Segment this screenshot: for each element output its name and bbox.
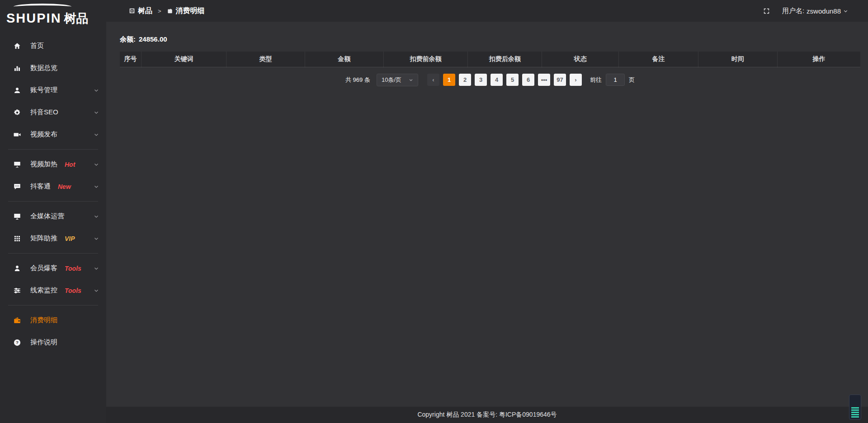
chevron-down-icon — [843, 9, 848, 14]
goto-label: 前往 — [590, 76, 602, 84]
overlay-widget[interactable] — [849, 395, 861, 420]
sidebar-item-label: 线索监控 — [30, 286, 57, 295]
sidebar-item-home[interactable]: 首页 — [0, 35, 106, 57]
chevron-down-icon — [94, 132, 99, 137]
comment-icon — [13, 182, 22, 191]
sidebar-item-label: 抖音SEO — [30, 108, 58, 117]
content: 余额: 24856.00 序号关键词类型金额扣费前余额扣费后余额状态备注时间操作… — [106, 22, 868, 407]
sidebar-item-video-publish[interactable]: 视频发布 — [0, 123, 106, 146]
page-size-value: 10条/页 — [382, 76, 401, 84]
fullscreen-button[interactable] — [763, 7, 770, 15]
goto-page-input[interactable] — [606, 74, 625, 86]
footer: Copyright 树品 2021 备案号: 粤ICP备09019646号 — [106, 407, 868, 423]
app-square-icon — [129, 8, 135, 14]
monitor-icon — [13, 212, 22, 221]
chevron-down-icon — [409, 78, 413, 82]
person-icon — [13, 264, 22, 273]
sidebar-item-account-management[interactable]: 账号管理 — [0, 79, 106, 101]
sidebar-item-data-overview[interactable]: 数据总览 — [0, 57, 106, 79]
column-header: 时间 — [698, 52, 777, 67]
column-header: 备注 — [619, 52, 698, 67]
column-header: 金额 — [305, 52, 383, 67]
goto-suffix: 页 — [629, 76, 635, 84]
pagination-prev-button[interactable]: ‹ — [427, 74, 439, 86]
sidebar-item-label: 首页 — [30, 42, 44, 50]
sidebar-item-label: 矩阵助推 — [30, 234, 57, 243]
sidebar-item-label: 会员爆客 — [30, 264, 57, 273]
sidebar-item-clue-monitor[interactable]: 线索监控Tools — [0, 279, 106, 301]
pagination-more-button[interactable]: ••• — [538, 74, 550, 86]
username-value: zswodun88 — [807, 7, 841, 15]
question-icon: ? — [13, 338, 22, 347]
sidebar-divider — [8, 305, 98, 306]
column-header: 状态 — [542, 52, 619, 67]
grid-icon — [13, 234, 22, 243]
column-header: 扣费前余额 — [383, 52, 468, 67]
pagination-page-button[interactable]: 5 — [506, 74, 519, 86]
column-header: 扣费后余额 — [468, 52, 542, 67]
sidebar-item-douketong[interactable]: 抖客通New — [0, 175, 106, 197]
sidebar-item-label: 抖客通 — [30, 182, 51, 191]
breadcrumb-item-app[interactable]: 树品 — [129, 6, 152, 16]
pagination: 共 969 条 10条/页 ‹ 123456•••97 › 前往 页 — [120, 74, 860, 86]
pagination-page-button[interactable]: 3 — [475, 74, 487, 86]
breadcrumb-label: 消费明细 — [176, 6, 205, 16]
chevron-down-icon — [94, 162, 99, 167]
logo-text-cn: 树品 — [64, 10, 89, 27]
pagination-page-button[interactable]: 4 — [491, 74, 503, 86]
user-dropdown[interactable]: 用户名: zswodun88 — [782, 7, 848, 15]
sidebar-item-tag: Tools — [65, 287, 81, 294]
sidebar-item-label: 全媒体运营 — [30, 212, 64, 221]
column-header: 关键词 — [142, 52, 226, 67]
main-area: 余额: 24856.00 序号关键词类型金额扣费前余额扣费后余额状态备注时间操作… — [106, 22, 868, 423]
breadcrumb-item-page[interactable]: 消费明细 — [167, 6, 205, 16]
page-size-select[interactable]: 10条/页 — [377, 74, 418, 86]
table-header-row: 序号关键词类型金额扣费前余额扣费后余额状态备注时间操作 — [120, 52, 860, 67]
chevron-down-icon — [94, 184, 99, 189]
sidebar-item-label: 操作说明 — [30, 338, 57, 347]
screen-icon — [13, 160, 22, 169]
chart-icon — [13, 64, 22, 73]
column-header: 类型 — [226, 52, 305, 67]
sidebar-item-video-heating[interactable]: 视频加热Hot — [0, 153, 106, 175]
balance: 余额: 24856.00 — [120, 35, 860, 44]
home-icon — [13, 42, 22, 51]
logo: SHUPIN 树品 — [0, 0, 106, 27]
chevron-down-icon — [94, 288, 99, 293]
sidebar-item-tag: VIP — [65, 235, 75, 242]
svg-text:?: ? — [16, 340, 19, 345]
consumption-table: 序号关键词类型金额扣费前余额扣费后余额状态备注时间操作 — [120, 52, 860, 67]
video-icon — [13, 130, 22, 139]
logo-arc-icon — [14, 4, 71, 10]
pagination-page-button[interactable]: 2 — [459, 74, 471, 86]
wallet-icon — [13, 316, 22, 325]
widget-bars-icon — [851, 407, 859, 418]
sidebar-item-label: 数据总览 — [30, 64, 57, 72]
column-header: 序号 — [120, 52, 142, 67]
sidebar-item-matrix-boost[interactable]: 矩阵助推VIP — [0, 227, 106, 249]
pagination-page-button[interactable]: 6 — [522, 74, 534, 86]
wallet-small-icon — [167, 8, 173, 14]
sidebar-item-all-media-operation[interactable]: 全媒体运营 — [0, 205, 106, 227]
sliders-icon — [13, 286, 22, 295]
chevron-down-icon — [94, 110, 99, 115]
balance-label: 余额: — [120, 35, 136, 44]
pagination-page-button[interactable]: 1 — [443, 74, 455, 86]
sidebar-divider — [8, 201, 98, 202]
sidebar-item-label: 视频加热 — [30, 160, 57, 169]
sidebar-item-consumption-detail[interactable]: 消费明细 — [0, 309, 106, 331]
chevron-down-icon — [94, 266, 99, 271]
pagination-page-button[interactable]: 97 — [554, 74, 566, 86]
pagination-total: 共 969 条 — [345, 76, 370, 84]
table-head: 序号关键词类型金额扣费前余额扣费后余额状态备注时间操作 — [120, 52, 860, 67]
topbar-right: 用户名: zswodun88 — [763, 7, 848, 15]
sidebar-item-operation-guide[interactable]: ?操作说明 — [0, 331, 106, 353]
pagination-next-button[interactable]: › — [570, 74, 582, 86]
column-header: 操作 — [778, 52, 861, 67]
sidebar: SHUPIN 树品 首页数据总览账号管理抖音SEO视频发布视频加热Hot抖客通N… — [0, 0, 106, 423]
sidebar-item-member-baoke[interactable]: 会员爆客Tools — [0, 257, 106, 279]
chevron-down-icon — [94, 236, 99, 241]
topbar: 树品 > 消费明细 用户名: zswodun88 — [106, 0, 868, 22]
copyright-text: Copyright 树品 2021 备案号: 粤ICP备09019646号 — [417, 411, 557, 419]
sidebar-item-douyin-seo[interactable]: 抖音SEO — [0, 101, 106, 123]
